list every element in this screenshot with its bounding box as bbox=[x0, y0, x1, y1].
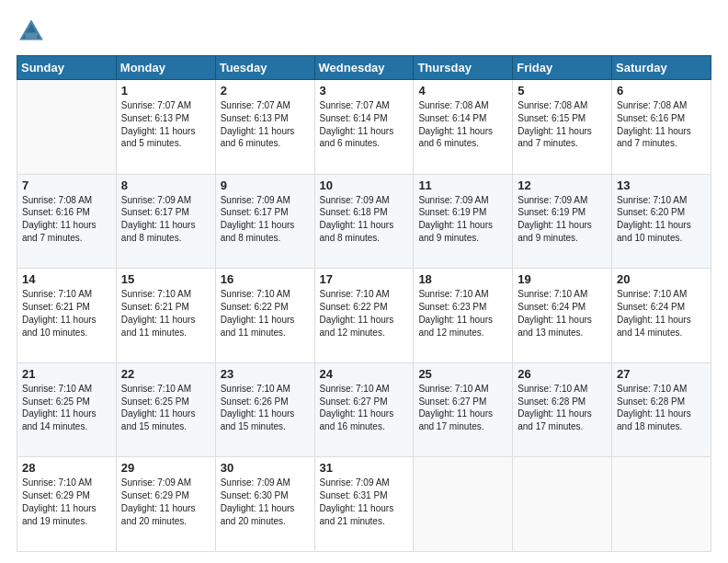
day-info: Sunrise: 7:10 AM Sunset: 6:25 PM Dayligh… bbox=[121, 383, 211, 433]
day-cell: 26Sunrise: 7:10 AM Sunset: 6:28 PM Dayli… bbox=[513, 362, 612, 457]
day-cell: 29Sunrise: 7:09 AM Sunset: 6:29 PM Dayli… bbox=[116, 457, 215, 552]
day-number: 17 bbox=[320, 272, 410, 286]
day-info: Sunrise: 7:10 AM Sunset: 6:23 PM Dayligh… bbox=[418, 288, 508, 339]
day-number: 5 bbox=[518, 84, 608, 98]
logo bbox=[17, 17, 50, 46]
day-info: Sunrise: 7:10 AM Sunset: 6:21 PM Dayligh… bbox=[121, 288, 211, 339]
day-info: Sunrise: 7:10 AM Sunset: 6:29 PM Dayligh… bbox=[22, 477, 112, 527]
day-info: Sunrise: 7:10 AM Sunset: 6:22 PM Dayligh… bbox=[320, 288, 410, 339]
day-number: 8 bbox=[121, 178, 211, 192]
day-cell: 21Sunrise: 7:10 AM Sunset: 6:25 PM Dayli… bbox=[17, 362, 117, 457]
day-number: 2 bbox=[221, 84, 311, 98]
day-cell: 6Sunrise: 7:08 AM Sunset: 6:16 PM Daylig… bbox=[612, 80, 711, 175]
day-number: 3 bbox=[320, 84, 410, 98]
header bbox=[17, 17, 711, 46]
day-cell: 5Sunrise: 7:08 AM Sunset: 6:15 PM Daylig… bbox=[513, 80, 612, 175]
day-number: 20 bbox=[617, 272, 707, 286]
day-info: Sunrise: 7:08 AM Sunset: 6:15 PM Dayligh… bbox=[518, 99, 608, 150]
day-info: Sunrise: 7:09 AM Sunset: 6:18 PM Dayligh… bbox=[320, 194, 410, 245]
day-info: Sunrise: 7:10 AM Sunset: 6:27 PM Dayligh… bbox=[320, 383, 410, 433]
day-info: Sunrise: 7:10 AM Sunset: 6:25 PM Dayligh… bbox=[22, 383, 112, 433]
day-info: Sunrise: 7:08 AM Sunset: 6:16 PM Dayligh… bbox=[617, 99, 707, 150]
day-info: Sunrise: 7:10 AM Sunset: 6:20 PM Dayligh… bbox=[617, 194, 707, 245]
svg-rect-2 bbox=[26, 33, 38, 39]
day-number: 4 bbox=[418, 84, 508, 98]
week-row-2: 14Sunrise: 7:10 AM Sunset: 6:21 PM Dayli… bbox=[17, 269, 711, 363]
calendar-body: 1Sunrise: 7:07 AM Sunset: 6:13 PM Daylig… bbox=[17, 80, 711, 552]
day-number: 16 bbox=[221, 272, 311, 286]
day-cell: 30Sunrise: 7:09 AM Sunset: 6:30 PM Dayli… bbox=[215, 457, 314, 552]
logo-icon bbox=[17, 17, 46, 46]
day-number: 12 bbox=[518, 178, 608, 192]
day-cell: 9Sunrise: 7:09 AM Sunset: 6:17 PM Daylig… bbox=[215, 174, 314, 269]
day-cell: 20Sunrise: 7:10 AM Sunset: 6:24 PM Dayli… bbox=[612, 269, 711, 363]
weekday-header-friday: Friday bbox=[513, 56, 612, 80]
day-number: 28 bbox=[22, 461, 112, 475]
day-info: Sunrise: 7:09 AM Sunset: 6:30 PM Dayligh… bbox=[221, 477, 311, 527]
week-row-0: 1Sunrise: 7:07 AM Sunset: 6:13 PM Daylig… bbox=[17, 80, 711, 175]
day-info: Sunrise: 7:09 AM Sunset: 6:31 PM Dayligh… bbox=[320, 477, 410, 527]
day-cell: 2Sunrise: 7:07 AM Sunset: 6:13 PM Daylig… bbox=[215, 80, 314, 175]
day-number: 14 bbox=[22, 272, 112, 286]
day-cell: 13Sunrise: 7:10 AM Sunset: 6:20 PM Dayli… bbox=[612, 174, 711, 269]
day-cell bbox=[513, 457, 612, 552]
weekday-header-wednesday: Wednesday bbox=[314, 56, 414, 80]
day-cell: 31Sunrise: 7:09 AM Sunset: 6:31 PM Dayli… bbox=[314, 457, 414, 552]
day-number: 21 bbox=[22, 367, 112, 381]
weekday-header-thursday: Thursday bbox=[414, 56, 513, 80]
day-info: Sunrise: 7:07 AM Sunset: 6:13 PM Dayligh… bbox=[121, 99, 211, 150]
day-cell: 1Sunrise: 7:07 AM Sunset: 6:13 PM Daylig… bbox=[116, 80, 215, 175]
day-cell: 8Sunrise: 7:09 AM Sunset: 6:17 PM Daylig… bbox=[116, 174, 215, 269]
day-number: 7 bbox=[22, 178, 112, 192]
day-number: 26 bbox=[518, 367, 608, 381]
day-info: Sunrise: 7:10 AM Sunset: 6:27 PM Dayligh… bbox=[418, 383, 508, 433]
day-info: Sunrise: 7:10 AM Sunset: 6:28 PM Dayligh… bbox=[617, 383, 707, 433]
day-info: Sunrise: 7:09 AM Sunset: 6:19 PM Dayligh… bbox=[518, 194, 608, 245]
page: SundayMondayTuesdayWednesdayThursdayFrid… bbox=[0, 0, 728, 563]
day-cell: 18Sunrise: 7:10 AM Sunset: 6:23 PM Dayli… bbox=[414, 269, 513, 363]
day-number: 31 bbox=[320, 461, 410, 475]
day-cell: 11Sunrise: 7:09 AM Sunset: 6:19 PM Dayli… bbox=[414, 174, 513, 269]
weekday-header-tuesday: Tuesday bbox=[215, 56, 314, 80]
day-info: Sunrise: 7:10 AM Sunset: 6:28 PM Dayligh… bbox=[518, 383, 608, 433]
day-number: 24 bbox=[320, 367, 410, 381]
day-cell: 22Sunrise: 7:10 AM Sunset: 6:25 PM Dayli… bbox=[116, 362, 215, 457]
day-number: 19 bbox=[518, 272, 608, 286]
day-info: Sunrise: 7:10 AM Sunset: 6:24 PM Dayligh… bbox=[617, 288, 707, 339]
day-number: 15 bbox=[121, 272, 211, 286]
day-info: Sunrise: 7:08 AM Sunset: 6:14 PM Dayligh… bbox=[418, 99, 508, 150]
day-cell: 16Sunrise: 7:10 AM Sunset: 6:22 PM Dayli… bbox=[215, 269, 314, 363]
day-cell: 4Sunrise: 7:08 AM Sunset: 6:14 PM Daylig… bbox=[414, 80, 513, 175]
calendar-table: SundayMondayTuesdayWednesdayThursdayFrid… bbox=[17, 55, 711, 552]
day-info: Sunrise: 7:10 AM Sunset: 6:24 PM Dayligh… bbox=[518, 288, 608, 339]
calendar-header: SundayMondayTuesdayWednesdayThursdayFrid… bbox=[17, 56, 711, 80]
day-number: 1 bbox=[121, 84, 211, 98]
day-cell: 25Sunrise: 7:10 AM Sunset: 6:27 PM Dayli… bbox=[414, 362, 513, 457]
day-info: Sunrise: 7:10 AM Sunset: 6:22 PM Dayligh… bbox=[221, 288, 311, 339]
day-cell: 3Sunrise: 7:07 AM Sunset: 6:14 PM Daylig… bbox=[314, 80, 414, 175]
day-number: 29 bbox=[121, 461, 211, 475]
day-cell bbox=[612, 457, 711, 552]
day-cell bbox=[414, 457, 513, 552]
weekday-row: SundayMondayTuesdayWednesdayThursdayFrid… bbox=[17, 56, 711, 80]
day-number: 27 bbox=[617, 367, 707, 381]
day-cell: 17Sunrise: 7:10 AM Sunset: 6:22 PM Dayli… bbox=[314, 269, 414, 363]
day-info: Sunrise: 7:10 AM Sunset: 6:26 PM Dayligh… bbox=[221, 383, 311, 433]
week-row-1: 7Sunrise: 7:08 AM Sunset: 6:16 PM Daylig… bbox=[17, 174, 711, 269]
day-info: Sunrise: 7:09 AM Sunset: 6:17 PM Dayligh… bbox=[221, 194, 311, 245]
day-cell: 27Sunrise: 7:10 AM Sunset: 6:28 PM Dayli… bbox=[612, 362, 711, 457]
day-info: Sunrise: 7:07 AM Sunset: 6:13 PM Dayligh… bbox=[221, 99, 311, 150]
day-cell: 14Sunrise: 7:10 AM Sunset: 6:21 PM Dayli… bbox=[17, 269, 117, 363]
day-number: 18 bbox=[418, 272, 508, 286]
day-number: 22 bbox=[121, 367, 211, 381]
day-info: Sunrise: 7:09 AM Sunset: 6:29 PM Dayligh… bbox=[121, 477, 211, 527]
day-cell: 10Sunrise: 7:09 AM Sunset: 6:18 PM Dayli… bbox=[314, 174, 414, 269]
day-cell: 24Sunrise: 7:10 AM Sunset: 6:27 PM Dayli… bbox=[314, 362, 414, 457]
day-info: Sunrise: 7:09 AM Sunset: 6:17 PM Dayligh… bbox=[121, 194, 211, 245]
day-cell: 23Sunrise: 7:10 AM Sunset: 6:26 PM Dayli… bbox=[215, 362, 314, 457]
weekday-header-saturday: Saturday bbox=[612, 56, 711, 80]
day-info: Sunrise: 7:07 AM Sunset: 6:14 PM Dayligh… bbox=[320, 99, 410, 150]
week-row-4: 28Sunrise: 7:10 AM Sunset: 6:29 PM Dayli… bbox=[17, 457, 711, 552]
day-info: Sunrise: 7:09 AM Sunset: 6:19 PM Dayligh… bbox=[418, 194, 508, 245]
day-cell: 15Sunrise: 7:10 AM Sunset: 6:21 PM Dayli… bbox=[116, 269, 215, 363]
